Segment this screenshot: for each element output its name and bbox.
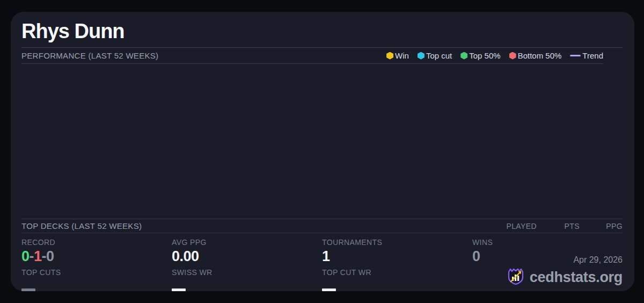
bottom50-marker-icon	[509, 52, 516, 60]
stat-top-cuts: TOP CUTS —	[21, 264, 172, 291]
legend-item-win: Win	[386, 51, 409, 60]
top-cut-wr-empty-value: —	[322, 288, 336, 291]
performance-chart	[21, 64, 623, 219]
column-played: PLAYED	[494, 222, 537, 230]
performance-header: PERFORMANCE (LAST 52 WEEKS) Win Top cut …	[21, 48, 603, 64]
stat-label: WINS	[472, 238, 623, 247]
stat-label: TOP CUT WR	[322, 268, 472, 277]
stat-label: AVG PPG	[172, 238, 322, 247]
win-marker-icon	[386, 52, 393, 60]
chart-legend: Win Top cut Top 50% Bottom 50% Trend	[386, 51, 603, 60]
legend-label: Win	[395, 51, 409, 60]
top-cut-marker-icon	[418, 52, 425, 60]
title-block: Rhys Dunn	[21, 12, 623, 48]
cedhstats-shield-logo-icon	[506, 266, 525, 288]
date-label: Apr 29, 2026	[506, 255, 623, 265]
record-sep: -	[30, 248, 34, 264]
trend-line-icon	[570, 55, 581, 56]
column-pts: PTS	[537, 222, 580, 230]
stat-swiss-wr: SWISS WR —	[172, 264, 322, 291]
brand-name: cedhstats.org	[530, 269, 623, 286]
stat-tournaments: TOURNAMENTS 1	[322, 238, 472, 264]
legend-label: Top cut	[426, 51, 452, 60]
brand: cedhstats.org	[506, 266, 623, 288]
stat-label: SWISS WR	[172, 268, 322, 277]
top-cuts-empty-value: —	[21, 288, 35, 291]
legend-item-top-cut: Top cut	[418, 51, 452, 60]
record-sep: -	[42, 248, 47, 264]
player-stats-card: Rhys Dunn PERFORMANCE (LAST 52 WEEKS) Wi…	[11, 12, 634, 291]
record-value: 0-1-0	[21, 248, 172, 264]
legend-item-trend: Trend	[570, 51, 603, 60]
column-ppg: PPG	[580, 222, 623, 230]
legend-label: Bottom 50%	[518, 51, 562, 60]
record-losses: 1	[34, 248, 42, 264]
stat-label: RECORD	[21, 238, 172, 247]
legend-item-top50: Top 50%	[460, 51, 500, 60]
stat-avg-ppg: AVG PPG 0.00	[172, 238, 322, 264]
stat-label: TOURNAMENTS	[322, 238, 472, 247]
stat-record: RECORD 0-1-0	[21, 238, 172, 264]
card-footer: Apr 29, 2026 cedhstats.org	[506, 255, 623, 288]
swiss-wr-empty-value: —	[172, 288, 186, 291]
stat-top-cut-wr: TOP CUT WR —	[322, 264, 472, 291]
top-decks-heading: TOP DECKS (LAST 52 WEEKS)	[21, 221, 142, 230]
legend-item-bottom50: Bottom 50%	[509, 51, 562, 60]
top-decks-header: TOP DECKS (LAST 52 WEEKS) PLAYED PTS PPG	[21, 219, 623, 233]
deck-table-columns: PLAYED PTS PPG	[494, 222, 623, 230]
legend-label: Trend	[582, 51, 603, 60]
tournaments-value: 1	[322, 248, 472, 264]
page-title: Rhys Dunn	[21, 20, 623, 42]
legend-label: Top 50%	[469, 51, 500, 60]
performance-heading: PERFORMANCE (LAST 52 WEEKS)	[21, 51, 158, 60]
record-draws: 0	[46, 248, 54, 264]
stat-label: TOP CUTS	[21, 268, 172, 277]
top50-marker-icon	[460, 52, 467, 60]
avg-ppg-value: 0.00	[172, 248, 322, 264]
record-wins: 0	[21, 248, 30, 264]
